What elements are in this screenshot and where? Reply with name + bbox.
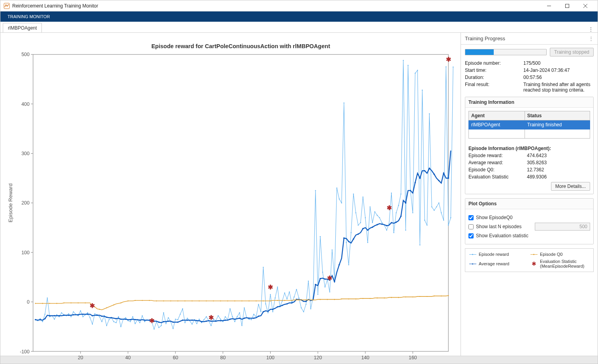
svg-point-310	[78, 302, 79, 303]
svg-point-259	[239, 317, 241, 319]
svg-point-168	[341, 203, 342, 203]
final-result-label: Final result:	[465, 82, 523, 93]
svg-point-191	[396, 212, 397, 213]
svg-point-322	[163, 300, 164, 301]
close-button[interactable]	[576, 0, 594, 11]
svg-point-173	[353, 193, 354, 194]
svg-point-316	[120, 302, 121, 303]
show-eval-checkbox[interactable]	[468, 233, 474, 238]
minimize-button[interactable]	[540, 0, 558, 11]
svg-point-357	[412, 296, 413, 297]
svg-point-113	[211, 325, 211, 326]
show-last-n-label: Show last N episodes	[476, 224, 521, 229]
svg-point-307	[56, 303, 57, 304]
svg-point-180	[370, 206, 370, 207]
svg-point-233	[115, 318, 117, 319]
svg-point-135	[263, 267, 263, 268]
svg-point-161	[325, 287, 325, 287]
svg-point-117	[220, 319, 221, 319]
svg-point-324	[177, 300, 178, 301]
svg-point-134	[260, 311, 261, 312]
toolstrip-tab-training-monitor[interactable]: TRAINING MONITOR	[4, 13, 53, 21]
svg-point-154	[308, 281, 308, 281]
svg-text:200: 200	[21, 200, 30, 206]
svg-text:✱: ✱	[268, 284, 273, 291]
doc-tab-agent[interactable]: rlMBPOAgent	[3, 23, 42, 32]
svg-point-221	[58, 315, 60, 317]
svg-point-75	[120, 326, 121, 327]
svg-point-254	[215, 321, 217, 322]
svg-point-353	[384, 297, 385, 298]
svg-point-311	[85, 302, 86, 303]
svg-point-50	[61, 312, 62, 313]
svg-point-174	[355, 212, 356, 213]
chart-pane: Episode reward for CartPoleContinuousAct…	[0, 33, 461, 356]
training-stopped-button[interactable]: Training stopped	[550, 48, 594, 56]
svg-point-360	[434, 295, 434, 296]
svg-point-280	[338, 264, 340, 266]
svg-point-303	[448, 177, 449, 179]
svg-point-118	[222, 321, 223, 322]
svg-point-102	[184, 322, 185, 323]
svg-point-229	[96, 315, 98, 316]
doc-tabs-menu-icon[interactable]: ⋮	[588, 26, 598, 32]
svg-point-227	[87, 313, 88, 315]
svg-point-315	[113, 304, 114, 305]
svg-point-273	[305, 301, 307, 302]
svg-point-270	[291, 302, 293, 304]
svg-point-99	[177, 319, 178, 320]
svg-point-200	[417, 70, 418, 71]
titlebar: Reinforcement Learning Training Monitor	[0, 0, 598, 11]
eval-stat-value: 489.9306	[527, 174, 590, 180]
legend-episode-reward-label: Episode reward	[479, 252, 528, 257]
training-progress-bar	[465, 49, 547, 55]
svg-text:160: 160	[409, 355, 417, 360]
svg-point-97	[173, 328, 173, 329]
svg-point-248	[186, 319, 188, 321]
svg-point-53	[68, 313, 69, 314]
svg-point-285	[362, 228, 364, 229]
svg-point-306	[49, 303, 50, 304]
legend-episode-q0-label: Episode Q0	[540, 252, 589, 257]
svg-point-183	[377, 215, 378, 216]
svg-point-321	[156, 300, 157, 301]
svg-point-124	[237, 316, 237, 317]
svg-point-275	[315, 284, 316, 285]
svg-point-61	[87, 312, 88, 313]
svg-point-98	[175, 319, 176, 319]
svg-point-262	[253, 317, 255, 319]
svg-point-292	[395, 221, 397, 223]
svg-point-288	[376, 224, 378, 225]
svg-point-343	[312, 299, 313, 300]
show-last-n-input[interactable]	[535, 223, 590, 231]
svg-point-175	[358, 225, 359, 225]
agent-row[interactable]: rlMBPOAgentTraining finished	[469, 120, 590, 129]
svg-point-138	[270, 294, 271, 295]
svg-point-69	[106, 325, 107, 326]
svg-point-179	[367, 242, 368, 243]
svg-point-167	[339, 199, 340, 199]
maximize-button[interactable]	[558, 0, 576, 11]
show-last-n-checkbox[interactable]	[468, 224, 474, 229]
document-tabs: rlMBPOAgent ⋮	[0, 22, 598, 33]
app-icon	[4, 3, 10, 9]
svg-point-144	[284, 293, 285, 293]
side-panel-menu-icon[interactable]: ⋮	[589, 36, 594, 41]
svg-point-252	[206, 321, 207, 322]
svg-point-289	[381, 223, 383, 225]
episode-reward-value: 474.6423	[527, 153, 590, 158]
show-q0-checkbox[interactable]	[468, 215, 474, 220]
more-details-button[interactable]: More Details...	[551, 182, 590, 191]
svg-text:140: 140	[361, 355, 370, 360]
svg-point-333	[241, 300, 242, 301]
svg-point-194	[403, 60, 404, 61]
svg-point-210	[441, 212, 442, 213]
svg-point-269	[286, 303, 288, 305]
average-reward-label: Average reward:	[468, 160, 527, 165]
svg-point-256	[225, 319, 226, 321]
svg-point-317	[128, 300, 128, 301]
svg-point-268	[282, 305, 283, 306]
svg-point-133	[258, 304, 259, 305]
svg-point-177	[363, 197, 363, 197]
svg-point-223	[68, 315, 70, 316]
